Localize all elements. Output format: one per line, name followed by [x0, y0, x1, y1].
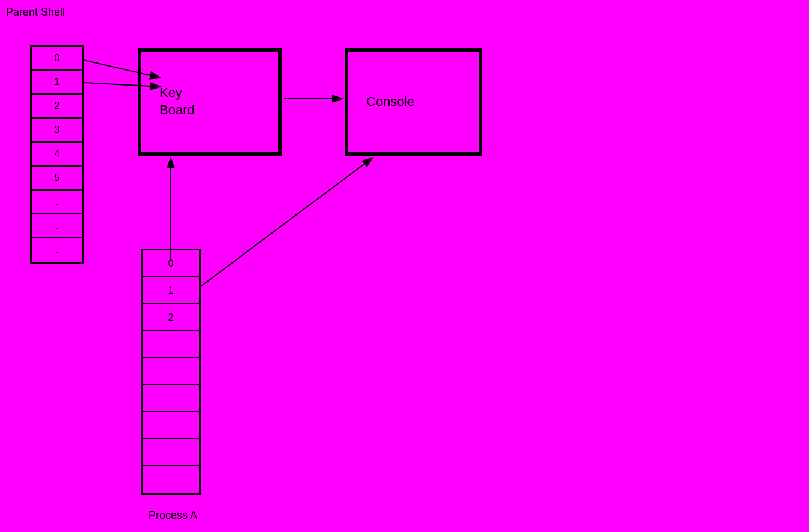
proc-fd-row-5: [143, 385, 199, 412]
console-box: Console: [345, 48, 482, 156]
process-fd-table: 0 1 2: [141, 249, 201, 495]
proc-fd-row-6: [143, 412, 199, 439]
proc-fd-row-0: 0: [143, 250, 199, 277]
fd-row-3: 3: [32, 119, 82, 143]
proc-fd-row-2: 2: [143, 304, 199, 331]
proc-fd-row-4: [143, 358, 199, 385]
keyboard-box: Key Board: [138, 48, 282, 156]
fd-row-1: 1: [32, 71, 82, 95]
fd-row-dot2: .: [32, 214, 82, 238]
proc-fd-row-8: [143, 466, 199, 493]
fd-row-2: 2: [32, 95, 82, 119]
parent-fd-table: 0 1 2 3 4 5 . . .: [30, 45, 84, 264]
arrow-process-fd1-to-console: [201, 158, 373, 286]
fd-row-0: 0: [32, 47, 82, 71]
page-title: Parent Shell: [6, 6, 65, 19]
console-label: Console: [366, 94, 415, 110]
fd-row-dot3: .: [32, 238, 82, 262]
process-a-label: Process A: [149, 509, 197, 522]
proc-fd-row-1: 1: [143, 277, 199, 304]
fd-row-5: 5: [32, 167, 82, 191]
proc-fd-row-7: [143, 439, 199, 466]
proc-fd-row-3: [143, 331, 199, 358]
keyboard-label: Key Board: [159, 84, 195, 119]
fd-row-dot1: .: [32, 191, 82, 214]
fd-row-4: 4: [32, 143, 82, 167]
